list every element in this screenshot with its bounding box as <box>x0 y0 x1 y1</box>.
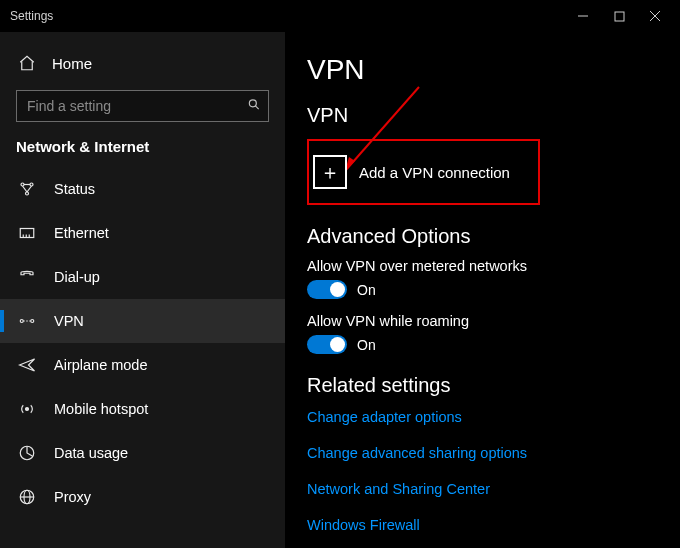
sidebar-item-label: VPN <box>54 313 84 329</box>
sidebar-item-label: Mobile hotspot <box>54 401 148 417</box>
svg-point-17 <box>31 320 34 323</box>
airplane-icon <box>18 356 36 374</box>
svg-point-19 <box>26 408 29 411</box>
sidebar: Home Network & Internet Status <box>0 32 285 548</box>
link-network-center[interactable]: Network and Sharing Center <box>307 481 490 497</box>
sidebar-item-dialup[interactable]: Dial-up <box>0 255 285 299</box>
active-indicator <box>0 310 4 332</box>
minimize-button[interactable] <box>576 9 590 23</box>
toggle-roaming[interactable] <box>307 335 347 354</box>
window-title: Settings <box>10 9 53 23</box>
proxy-icon <box>18 488 36 506</box>
maximize-button[interactable] <box>612 9 626 23</box>
svg-line-9 <box>23 186 28 192</box>
search-icon <box>247 98 261 115</box>
sidebar-item-label: Status <box>54 181 95 197</box>
toggle-metered-state: On <box>357 282 376 298</box>
sidebar-item-label: Proxy <box>54 489 91 505</box>
nav-list: Status Ethernet Dial-up <box>0 167 285 519</box>
ethernet-icon <box>18 224 36 242</box>
svg-line-10 <box>27 186 32 192</box>
svg-rect-12 <box>20 229 34 238</box>
search-input[interactable] <box>16 90 269 122</box>
sidebar-item-ethernet[interactable]: Ethernet <box>0 211 285 255</box>
vpn-section-heading: VPN <box>307 104 680 127</box>
sidebar-item-data[interactable]: Data usage <box>0 431 285 475</box>
svg-point-16 <box>20 320 23 323</box>
sidebar-item-vpn[interactable]: VPN <box>0 299 285 343</box>
data-icon <box>18 444 36 462</box>
link-sharing[interactable]: Change advanced sharing options <box>307 445 527 461</box>
sidebar-item-airplane[interactable]: Airplane mode <box>0 343 285 387</box>
sidebar-item-label: Ethernet <box>54 225 109 241</box>
home-row[interactable]: Home <box>0 44 285 82</box>
plus-icon: ＋ <box>313 155 347 189</box>
section-title: Network & Internet <box>0 136 285 167</box>
titlebar: Settings <box>0 0 680 32</box>
toggle-roaming-state: On <box>357 337 376 353</box>
sidebar-item-label: Data usage <box>54 445 128 461</box>
hotspot-icon <box>18 400 36 418</box>
vpn-icon <box>18 312 36 330</box>
add-vpn-button[interactable]: ＋ Add a VPN connection <box>307 139 540 205</box>
advanced-options-heading: Advanced Options <box>307 225 680 248</box>
svg-point-8 <box>26 192 29 195</box>
home-label: Home <box>52 55 92 72</box>
sidebar-item-proxy[interactable]: Proxy <box>0 475 285 519</box>
sidebar-item-status[interactable]: Status <box>0 167 285 211</box>
add-vpn-label: Add a VPN connection <box>359 164 510 181</box>
opt-roaming-label: Allow VPN while roaming <box>307 313 680 329</box>
sidebar-item-label: Airplane mode <box>54 357 148 373</box>
sidebar-item-label: Dial-up <box>54 269 100 285</box>
link-firewall[interactable]: Windows Firewall <box>307 517 420 533</box>
status-icon <box>18 180 36 198</box>
toggle-metered[interactable] <box>307 280 347 299</box>
home-icon <box>18 54 36 72</box>
link-adapter[interactable]: Change adapter options <box>307 409 462 425</box>
related-settings-heading: Related settings <box>307 374 680 397</box>
search-box[interactable] <box>16 90 269 122</box>
opt-metered-label: Allow VPN over metered networks <box>307 258 680 274</box>
sidebar-item-hotspot[interactable]: Mobile hotspot <box>0 387 285 431</box>
svg-rect-1 <box>615 12 624 21</box>
close-button[interactable] <box>648 9 662 23</box>
svg-point-6 <box>21 183 24 186</box>
svg-line-5 <box>255 106 259 110</box>
page-title: VPN <box>307 54 680 86</box>
main-panel: VPN VPN ＋ Add a VPN connection Advanced … <box>285 32 680 548</box>
svg-point-7 <box>30 183 33 186</box>
dialup-icon <box>18 268 36 286</box>
